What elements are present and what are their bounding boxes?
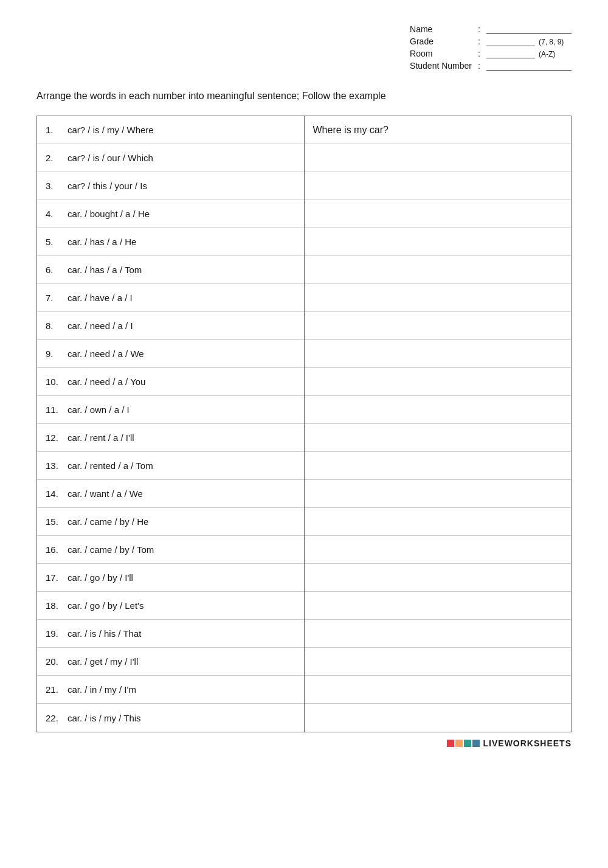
logo-square-red	[447, 740, 454, 747]
right-column: Where is my car?	[304, 116, 572, 732]
item-row: 15.car. / came / by / He	[37, 508, 304, 536]
item-number: 9.	[46, 349, 67, 359]
answer-row	[305, 676, 572, 704]
answer-row	[305, 256, 572, 284]
item-number: 12.	[46, 432, 67, 443]
item-row: 12.car. / rent / a / I'll	[37, 424, 304, 452]
answer-row	[305, 172, 572, 200]
info-table: Name : Grade : (7, 8, 9) Room : (A-Z) St…	[410, 24, 572, 71]
item-number: 7.	[46, 293, 67, 303]
item-row: 7.car. / have / a / I	[37, 284, 304, 312]
student-number-line	[486, 61, 572, 71]
name-label: Name	[410, 24, 472, 34]
grade-label: Grade	[410, 36, 472, 46]
item-text: car. / go / by / I'll	[67, 572, 133, 583]
item-text: car. / is / his / That	[67, 628, 141, 639]
item-text: car? / this / your / Is	[67, 181, 147, 191]
item-row: 2.car? / is / our / Which	[37, 144, 304, 172]
exercise-table: 1.car? / is / my / Where2.car? / is / ou…	[36, 116, 572, 732]
item-row: 22.car. / is / my / This	[37, 704, 304, 732]
answer-row	[305, 592, 572, 620]
grade-line: (7, 8, 9)	[486, 36, 572, 46]
item-text: car. / go / by / Let's	[67, 600, 143, 611]
grade-underline	[486, 36, 535, 46]
room-suffix: (A-Z)	[539, 50, 555, 58]
answer-row	[305, 564, 572, 592]
answer-row	[305, 704, 572, 732]
item-row: 20.car. / get / my / I'll	[37, 648, 304, 676]
answers-list: Where is my car?	[305, 116, 572, 732]
item-text: car. / came / by / Tom	[67, 544, 154, 555]
item-row: 11.car. / own / a / I	[37, 396, 304, 424]
item-row: 19.car. / is / his / That	[37, 620, 304, 648]
table-row: 1.car? / is / my / Where2.car? / is / ou…	[37, 116, 572, 732]
item-number: 1.	[46, 125, 67, 135]
item-number: 4.	[46, 209, 67, 219]
item-row: 18.car. / go / by / Let's	[37, 592, 304, 620]
room-colon: :	[475, 49, 483, 58]
item-number: 18.	[46, 600, 67, 611]
item-row: 8.car. / need / a / I	[37, 312, 304, 340]
room-label: Room	[410, 49, 472, 58]
item-row: 5.car. / has / a / He	[37, 228, 304, 256]
item-text: car. / want / a / We	[67, 488, 143, 499]
item-row: 17.car. / go / by / I'll	[37, 564, 304, 592]
item-text: car? / is / my / Where	[67, 125, 154, 135]
item-number: 2.	[46, 153, 67, 163]
logo-square-teal	[464, 740, 471, 747]
item-text: car. / need / a / You	[67, 377, 145, 387]
answer-row	[305, 284, 572, 312]
answer-row	[305, 648, 572, 676]
item-number: 8.	[46, 321, 67, 331]
name-colon: :	[475, 24, 483, 34]
room-line: (A-Z)	[486, 49, 572, 58]
room-underline	[486, 49, 535, 58]
item-number: 15.	[46, 516, 67, 527]
left-column: 1.car? / is / my / Where2.car? / is / ou…	[37, 116, 305, 732]
item-text: car. / has / a / He	[67, 237, 136, 247]
logo-square-orange	[455, 740, 463, 747]
instructions: Arrange the words in each number into me…	[36, 89, 413, 103]
answer-row	[305, 536, 572, 564]
name-underline	[486, 24, 572, 34]
item-number: 14.	[46, 488, 67, 499]
answer-row	[305, 368, 572, 396]
item-row: 16.car. / came / by / Tom	[37, 536, 304, 564]
name-line	[486, 24, 572, 34]
item-text: car. / in / my / I'm	[67, 684, 136, 695]
student-number-colon: :	[475, 61, 483, 71]
item-row: 13.car. / rented / a / Tom	[37, 452, 304, 480]
item-number: 16.	[46, 544, 67, 555]
answer-rows	[305, 144, 572, 732]
item-text: car. / rented / a / Tom	[67, 460, 153, 471]
item-row: 6.car. / has / a / Tom	[37, 256, 304, 284]
item-number: 22.	[46, 713, 67, 723]
answer-row	[305, 396, 572, 424]
item-number: 19.	[46, 628, 67, 639]
item-row: 14.car. / want / a / We	[37, 480, 304, 508]
item-row: 3.car? / this / your / Is	[37, 172, 304, 200]
answer-row	[305, 480, 572, 508]
answer-row	[305, 144, 572, 172]
grade-colon: :	[475, 36, 483, 46]
answer-row	[305, 228, 572, 256]
item-text: car. / get / my / I'll	[67, 656, 138, 667]
item-text: car. / rent / a / I'll	[67, 432, 134, 443]
header-info: Name : Grade : (7, 8, 9) Room : (A-Z) St…	[36, 24, 572, 71]
item-number: 6.	[46, 265, 67, 275]
item-row: 4.car. / bought / a / He	[37, 200, 304, 228]
item-text: car. / need / a / We	[67, 349, 144, 359]
item-text: car. / bought / a / He	[67, 209, 150, 219]
grade-suffix: (7, 8, 9)	[539, 38, 564, 46]
item-number: 5.	[46, 237, 67, 247]
items-list: 1.car? / is / my / Where2.car? / is / ou…	[37, 116, 304, 732]
answer-row	[305, 200, 572, 228]
watermark-text: LIVEWORKSHEETS	[483, 738, 572, 748]
watermark-logo	[447, 740, 480, 747]
example-answer-text: Where is my car?	[313, 125, 389, 136]
answer-row	[305, 312, 572, 340]
student-number-underline	[486, 61, 572, 71]
item-number: 20.	[46, 656, 67, 667]
item-text: car. / came / by / He	[67, 516, 148, 527]
item-text: car. / is / my / This	[67, 713, 141, 723]
